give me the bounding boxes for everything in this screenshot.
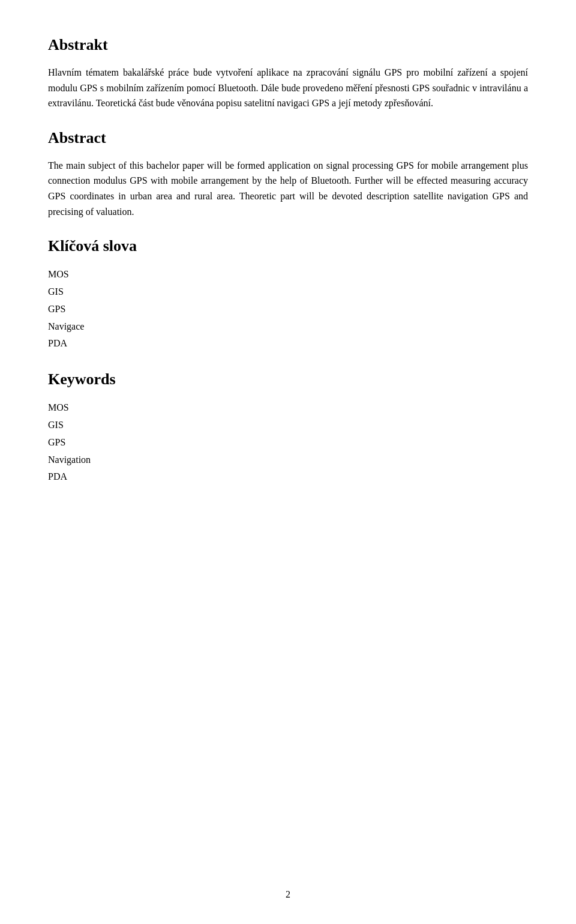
klicova-slova-item: PDA: [48, 335, 528, 352]
abstrakt-section: Abstrakt Hlavním tématem bakalářské prác…: [48, 36, 528, 111]
abstract-title: Abstract: [48, 129, 528, 147]
keywords-item: MOS: [48, 399, 528, 417]
page: Abstrakt Hlavním tématem bakalářské prác…: [0, 0, 576, 924]
klicova-slova-list: MOSGISGPSNavigacePDA: [48, 266, 528, 352]
klicova-slova-item: GIS: [48, 283, 528, 301]
keywords-item: GIS: [48, 417, 528, 434]
keywords-title: Keywords: [48, 370, 528, 388]
keywords-item: GPS: [48, 434, 528, 451]
keywords-section: Keywords MOSGISGPSNavigationPDA: [48, 370, 528, 486]
abstrakt-title: Abstrakt: [48, 36, 528, 54]
keywords-list: MOSGISGPSNavigationPDA: [48, 399, 528, 486]
abstract-body: The main subject of this bachelor paper …: [48, 158, 528, 219]
abstract-section: Abstract The main subject of this bachel…: [48, 129, 528, 219]
keywords-item: Navigation: [48, 451, 528, 469]
klicova-slova-title: Klíčová slova: [48, 237, 528, 255]
page-number: 2: [286, 889, 290, 900]
klicova-slova-item: Navigace: [48, 318, 528, 336]
abstrakt-body: Hlavním tématem bakalářské práce bude vy…: [48, 65, 528, 111]
klicova-slova-item: MOS: [48, 266, 528, 283]
klicova-slova-section: Klíčová slova MOSGISGPSNavigacePDA: [48, 237, 528, 352]
klicova-slova-item: GPS: [48, 301, 528, 318]
keywords-item: PDA: [48, 468, 528, 486]
